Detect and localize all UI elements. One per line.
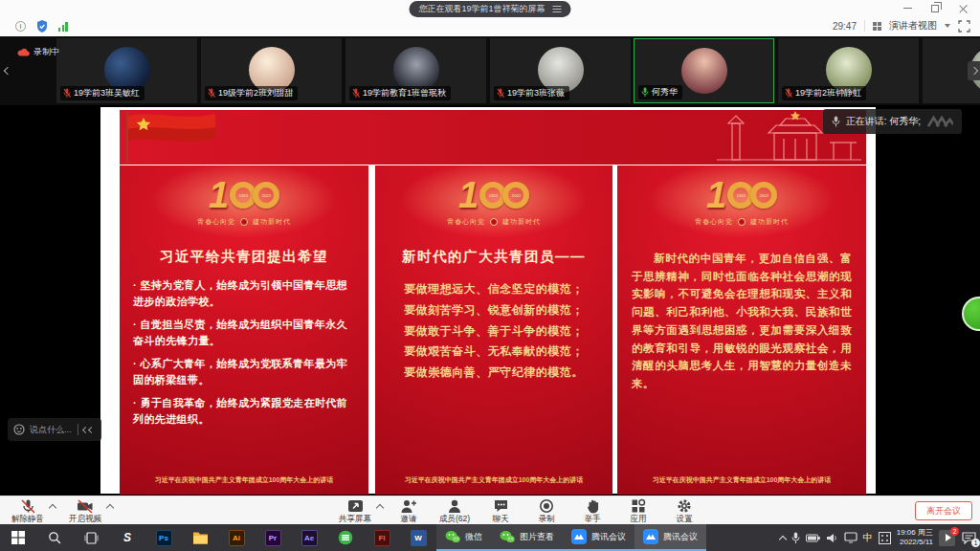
taskbar-app-word[interactable]: W xyxy=(400,524,436,551)
collapse-chat-icon[interactable] xyxy=(83,428,94,432)
restore-button[interactable] xyxy=(925,2,945,14)
battery-icon[interactable] xyxy=(806,534,820,542)
participant-tile[interactable]: 19级学前2班刘甜甜 xyxy=(201,38,342,103)
mic-active-icon xyxy=(641,87,649,98)
poster-body: 新时代的中国青年，更加自信自强、富于思辨精神，同时也面临各种社会思潮的现实影响，… xyxy=(617,234,866,393)
chat-button[interactable]: 聊天 xyxy=(479,496,523,525)
illustrator-icon: Ai xyxy=(229,530,245,546)
display-icon[interactable] xyxy=(844,532,858,543)
participant-tile[interactable]: 19学前教育1班曾珉秋 xyxy=(345,38,486,103)
start-video-button[interactable]: 开启视频 xyxy=(63,496,107,525)
unmute-button[interactable]: 解除静音 xyxy=(6,496,50,525)
fullscreen-icon[interactable] xyxy=(958,20,970,33)
taskbar-app-tencent-meeting-active[interactable]: 腾讯会议 xyxy=(635,524,706,551)
mic-muted-icon xyxy=(352,88,360,99)
wechat-image-viewer-icon xyxy=(500,530,515,543)
taskbar-app-wechat[interactable]: 微信 xyxy=(436,524,491,551)
task-view-button[interactable] xyxy=(73,524,109,551)
window-controls xyxy=(898,2,972,14)
folder-icon xyxy=(192,531,209,544)
clock-date: 2022/5/11 xyxy=(900,538,933,546)
network-signal-icon[interactable] xyxy=(58,22,68,32)
poster-xi-hopes: 119222022 青春心向党建功新时代 习近平给共青团提出希望 · 坚持为党育… xyxy=(120,165,368,495)
action-center-button[interactable]: 1 xyxy=(961,530,977,546)
tray-mic-icon[interactable] xyxy=(791,532,800,544)
view-mode-selector[interactable]: 演讲者视图 xyxy=(889,19,937,33)
strip-scroll-right-button[interactable] xyxy=(968,61,980,80)
taskbar-app-flash[interactable]: Fl xyxy=(364,524,400,551)
mic-muted-icon xyxy=(20,498,36,514)
participant-strip: 录制中 19学前3班吴敏红 19级学前2班刘甜甜 19学前教育1班曾珉秋 19学… xyxy=(0,36,980,105)
tencent-meeting-icon xyxy=(643,529,658,544)
wave-icon xyxy=(926,115,953,128)
apps-icon xyxy=(631,498,646,514)
poster-title: 新时代的广大共青团员—— xyxy=(375,248,612,266)
share-options-chevron[interactable] xyxy=(376,504,384,512)
emoji-icon[interactable] xyxy=(13,424,25,435)
start-button[interactable] xyxy=(0,524,36,551)
raise-hand-icon xyxy=(586,498,600,514)
video-options-chevron[interactable] xyxy=(106,504,114,512)
ime-language-indicator[interactable]: 中 xyxy=(863,531,873,544)
poster-caption: 习近平在庆祝中国共产主义青年团成立100周年大会上的讲话 xyxy=(617,475,866,486)
taskbar-app-aftereffects[interactable]: Ae xyxy=(291,524,327,551)
taskbar-app-tencent-meeting[interactable]: 腾讯会议 xyxy=(563,524,635,551)
tencent-meeting-icon xyxy=(571,529,587,544)
ime-mode-icon[interactable] xyxy=(879,532,891,544)
photoshop-icon: Ps xyxy=(156,530,172,546)
leave-meeting-button[interactable]: 离开会议 xyxy=(915,501,972,520)
green-app-icon xyxy=(338,530,353,545)
chevron-down-icon[interactable] xyxy=(945,24,950,28)
speaker-icon[interactable] xyxy=(826,533,838,543)
members-icon xyxy=(447,498,462,514)
members-button[interactable]: 成员(62) xyxy=(433,496,477,525)
participant-name: 19学前3班张薇 xyxy=(507,87,565,99)
chat-placeholder[interactable]: 说点什么... xyxy=(30,424,72,436)
participant-name: 何秀华 xyxy=(652,86,678,99)
taskbar-search-button[interactable] xyxy=(36,524,73,551)
participant-tile[interactable]: 19学前3班张薇 xyxy=(490,38,631,103)
chat-icon xyxy=(493,498,509,514)
hidden-icons-chevron[interactable] xyxy=(779,535,787,542)
chat-input-hint[interactable]: 说点什么... xyxy=(8,418,101,441)
file-explorer-button[interactable] xyxy=(182,524,218,551)
centennial-emblem: 119222022 青春心向党建功新时代 xyxy=(617,165,866,234)
menu-icon[interactable] xyxy=(553,6,562,12)
window-header: 您正在观看19学前1曾祥菊的屏幕 i 29:47 演讲者视图 xyxy=(0,0,980,36)
premiere-icon: Pr xyxy=(265,530,281,546)
participant-tile-speaking[interactable]: 何秀华 xyxy=(634,38,774,103)
taskbar-app-image-viewer[interactable]: 图片查看 xyxy=(491,524,563,551)
taskbar-app-green[interactable] xyxy=(327,524,364,551)
watching-banner: 您正在观看19学前1曾祥菊的屏幕 xyxy=(409,1,570,17)
invite-button[interactable]: 邀请 xyxy=(387,496,431,525)
mic-options-chevron[interactable] xyxy=(49,504,56,512)
emblem-dot-icon xyxy=(240,218,248,226)
participant-tile[interactable]: 19学前3班吴敏红 xyxy=(56,38,197,103)
layout-grid-icon xyxy=(873,22,881,31)
participant-name: 19级学前2班刘甜甜 xyxy=(218,87,293,99)
raise-hand-button[interactable]: 举手 xyxy=(570,496,614,525)
clock-time: 19:06 周三 xyxy=(897,528,933,537)
participant-tile[interactable]: 19学前2班钟静虹 xyxy=(778,38,919,103)
info-icon[interactable]: i xyxy=(15,21,26,32)
taskbar-app-premiere[interactable]: Pr xyxy=(255,524,291,551)
minimize-button[interactable] xyxy=(898,2,917,14)
apps-button[interactable]: 应用 xyxy=(616,496,660,525)
record-icon xyxy=(539,498,554,514)
meeting-toolbar: 解除静音 开启视频 共享屏幕 邀请 成员(62) xyxy=(0,496,980,524)
taskbar-app-illustrator[interactable]: Ai xyxy=(218,524,255,551)
taskbar-app-s[interactable]: S xyxy=(109,524,145,551)
emblem-dot-icon xyxy=(738,218,746,226)
avatar xyxy=(681,48,727,94)
close-button[interactable] xyxy=(953,2,972,14)
taskbar-clock[interactable]: 19:06 周三 2022/5/11 xyxy=(897,528,933,547)
centennial-emblem: 119222022 青春心向党建功新时代 xyxy=(375,165,612,234)
record-button[interactable]: 录制 xyxy=(524,496,568,525)
shield-icon[interactable] xyxy=(36,20,48,33)
notification-app-icon[interactable]: 2 xyxy=(939,530,955,546)
taskbar-app-photoshop[interactable]: Ps xyxy=(145,524,182,551)
strip-scroll-left-button[interactable] xyxy=(1,61,13,80)
settings-button[interactable]: 设置 xyxy=(662,496,706,525)
floating-assistant-button[interactable] xyxy=(962,297,980,331)
share-screen-button[interactable]: 共享屏幕 xyxy=(333,496,377,525)
